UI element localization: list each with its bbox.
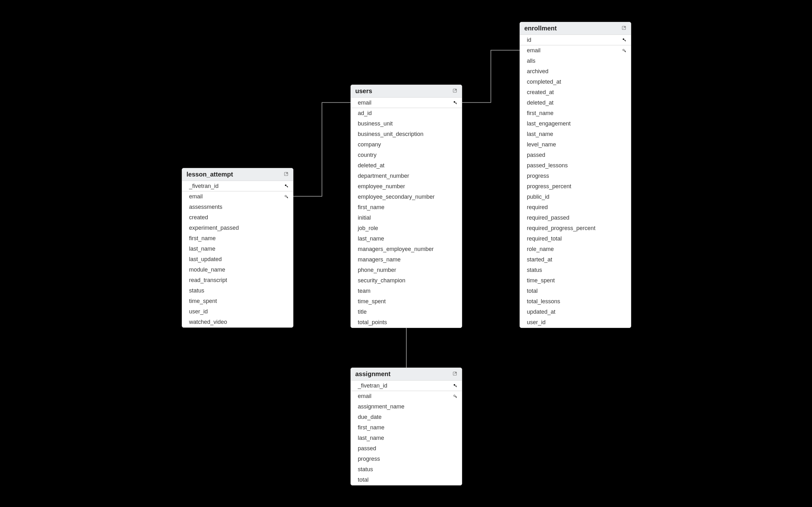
column-name: deleted_at xyxy=(527,100,554,106)
column-row[interactable]: managers_employee_number xyxy=(351,244,462,255)
column-row[interactable]: first_name xyxy=(520,108,631,118)
column-name: public_id xyxy=(527,193,549,200)
column-row[interactable]: watched_video xyxy=(182,317,293,327)
column-row[interactable]: required_passed xyxy=(520,213,631,223)
table-title: users xyxy=(355,88,372,95)
column-row[interactable]: experiment_passed xyxy=(182,223,293,233)
column-row[interactable]: status xyxy=(351,464,462,475)
column-row[interactable]: managers_name xyxy=(351,255,462,265)
column-row[interactable]: first_name xyxy=(182,233,293,244)
column-row[interactable]: passed xyxy=(520,150,631,160)
column-row[interactable]: status xyxy=(182,285,293,296)
column-row[interactable]: email xyxy=(520,45,631,56)
column-row[interactable]: created_at xyxy=(520,87,631,98)
column-row[interactable]: required_total xyxy=(520,233,631,244)
column-row[interactable]: passed xyxy=(351,443,462,454)
column-row[interactable]: level_name xyxy=(520,139,631,150)
column-row[interactable]: completed_at xyxy=(520,77,631,87)
column-row[interactable]: department_number xyxy=(351,171,462,181)
column-row[interactable]: time_spent xyxy=(520,275,631,286)
column-row[interactable]: required xyxy=(520,202,631,213)
column-row[interactable]: deleted_at xyxy=(520,98,631,108)
column-row[interactable]: business_unit xyxy=(351,118,462,129)
column-row[interactable]: business_unit_description xyxy=(351,129,462,139)
column-row[interactable]: ad_id xyxy=(351,108,462,118)
column-row[interactable]: last_updated xyxy=(182,254,293,265)
column-row[interactable]: public_id xyxy=(520,192,631,202)
column-name: managers_employee_number xyxy=(358,246,434,252)
column-row[interactable]: initial xyxy=(351,213,462,223)
table-header[interactable]: enrollment xyxy=(520,22,631,35)
column-name: last_name xyxy=(358,235,384,242)
column-row[interactable]: last_engagement xyxy=(520,118,631,129)
open-table-icon[interactable] xyxy=(452,88,457,95)
table-header[interactable]: lesson_attempt xyxy=(182,168,293,181)
primary-key-icon xyxy=(451,383,457,388)
column-row[interactable]: progress xyxy=(520,171,631,181)
column-row[interactable]: total xyxy=(351,475,462,485)
column-row[interactable]: last_name xyxy=(351,233,462,244)
table-header[interactable]: assignment xyxy=(351,368,462,381)
column-row[interactable]: module_name xyxy=(182,265,293,275)
column-row[interactable]: time_spent xyxy=(182,296,293,306)
column-name: assignment_name xyxy=(358,403,404,410)
column-row[interactable]: _fivetran_id xyxy=(351,381,462,391)
column-row[interactable]: archived xyxy=(520,66,631,77)
column-row[interactable]: id xyxy=(520,35,631,45)
column-row[interactable]: company xyxy=(351,139,462,150)
open-table-icon[interactable] xyxy=(621,25,626,32)
column-row[interactable]: status xyxy=(520,265,631,275)
column-row[interactable]: deleted_at xyxy=(351,160,462,171)
column-row[interactable]: security_champion xyxy=(351,275,462,286)
column-row[interactable]: last_name xyxy=(182,244,293,254)
column-row[interactable]: assignment_name xyxy=(351,401,462,412)
column-row[interactable]: progress_percent xyxy=(520,181,631,192)
column-row[interactable]: user_id xyxy=(520,317,631,328)
table-enrollment[interactable]: enrollment id email allsarchivedcomplete… xyxy=(519,22,631,328)
column-row[interactable]: alls xyxy=(520,56,631,66)
column-row[interactable]: last_name xyxy=(351,433,462,443)
column-row[interactable]: role_name xyxy=(520,244,631,255)
column-row[interactable]: employee_number xyxy=(351,181,462,192)
column-row[interactable]: total xyxy=(520,286,631,296)
table-users[interactable]: users email ad_idbusiness_unitbusiness_u… xyxy=(351,84,462,328)
column-row[interactable]: user_id xyxy=(182,306,293,317)
column-row[interactable]: last_name xyxy=(520,129,631,139)
column-row[interactable]: team xyxy=(351,286,462,296)
column-row[interactable]: title xyxy=(351,307,462,317)
column-row[interactable]: first_name xyxy=(351,202,462,213)
column-row[interactable]: required_progress_percent xyxy=(520,223,631,233)
column-row[interactable]: first_name xyxy=(351,422,462,433)
open-table-icon[interactable] xyxy=(452,371,457,377)
open-table-icon[interactable] xyxy=(284,171,289,178)
column-name: last_name xyxy=(358,435,384,441)
column-row[interactable]: progress xyxy=(351,454,462,464)
column-row[interactable]: created xyxy=(182,212,293,223)
column-row[interactable]: started_at xyxy=(520,255,631,265)
column-name: first_name xyxy=(358,204,385,211)
column-row[interactable]: due_date xyxy=(351,412,462,422)
column-row[interactable]: _fivetran_id xyxy=(182,181,293,191)
column-row[interactable]: email xyxy=(351,391,462,401)
column-row[interactable]: total_points xyxy=(351,317,462,328)
column-name: last_name xyxy=(527,131,553,137)
column-row[interactable]: country xyxy=(351,150,462,160)
column-row[interactable]: time_spent xyxy=(351,296,462,307)
column-row[interactable]: updated_at xyxy=(520,307,631,317)
table-lesson_attempt[interactable]: lesson_attempt _fivetran_id email assess… xyxy=(182,168,293,328)
column-name: required_total xyxy=(527,235,562,242)
column-row[interactable]: employee_secondary_number xyxy=(351,192,462,202)
column-row[interactable]: assessments xyxy=(182,202,293,212)
column-row[interactable]: email xyxy=(182,191,293,202)
column-row[interactable]: passed_lessons xyxy=(520,160,631,171)
column-row[interactable]: job_role xyxy=(351,223,462,233)
column-row[interactable]: total_lessons xyxy=(520,296,631,307)
column-name: employee_secondary_number xyxy=(358,193,435,200)
column-row[interactable]: email xyxy=(351,98,462,108)
table-assignment[interactable]: assignment _fivetran_id email assignment… xyxy=(351,368,462,486)
column-row[interactable]: phone_number xyxy=(351,265,462,275)
column-name: email xyxy=(189,193,203,200)
column-row[interactable]: read_transcript xyxy=(182,275,293,285)
er-diagram-canvas[interactable]: lesson_attempt _fivetran_id email assess… xyxy=(0,0,812,507)
table-header[interactable]: users xyxy=(351,85,462,98)
